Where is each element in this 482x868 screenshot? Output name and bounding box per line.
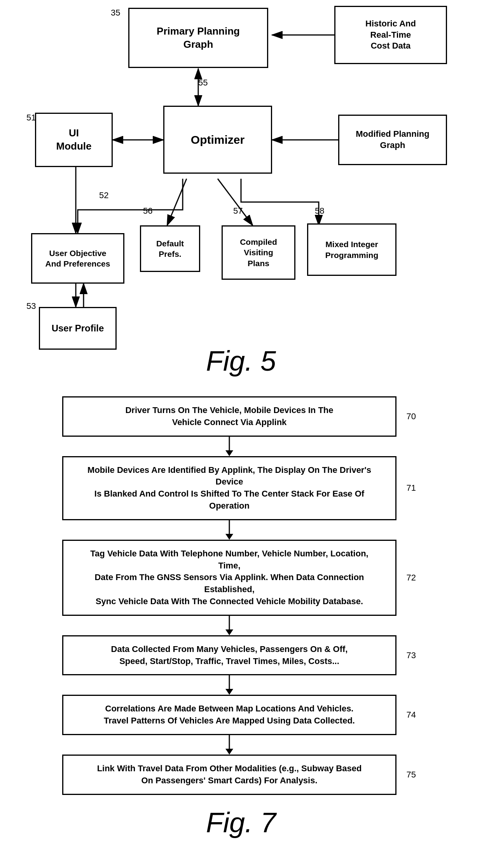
flow-num-73: 73 xyxy=(407,650,416,661)
flow-num-75: 75 xyxy=(407,770,416,780)
box-modified-planning: Modified PlanningGraph xyxy=(338,115,447,165)
arrow-73-74 xyxy=(62,675,396,695)
flow-row-70: Driver Turns On The Vehicle, Mobile Devi… xyxy=(62,396,396,437)
svg-marker-18 xyxy=(225,689,233,695)
flow-box-72: Tag Vehicle Data With Telephone Number, … xyxy=(62,540,396,616)
fig7-title: Fig. 7 xyxy=(0,807,482,850)
label-52: 52 xyxy=(99,190,108,200)
flow-row-74: Correlations Are Made Between Map Locati… xyxy=(62,695,396,735)
flow-num-70: 70 xyxy=(407,411,416,422)
svg-line-6 xyxy=(167,179,187,225)
svg-line-7 xyxy=(218,179,253,225)
box-compiled-visiting: CompiledVisitingPlans xyxy=(222,225,295,280)
box-user-profile: User Profile xyxy=(39,307,117,350)
label-55: 55 xyxy=(198,78,208,88)
arrow-72-73 xyxy=(62,616,396,635)
flow-box-71: Mobile Devices Are Identified By Applink… xyxy=(62,456,396,520)
box-ui-module: UIModule xyxy=(35,113,113,167)
label-53: 53 xyxy=(26,301,36,311)
flow-row-72: Tag Vehicle Data With Telephone Number, … xyxy=(62,540,396,616)
label-58: 58 xyxy=(315,206,324,216)
box-primary-planning-graph: Primary PlanningGraph xyxy=(128,8,268,68)
flow-box-75: Link With Travel Data From Other Modalit… xyxy=(62,755,396,795)
svg-marker-20 xyxy=(225,749,233,755)
label-35: 35 xyxy=(111,8,120,18)
label-57: 57 xyxy=(233,206,243,216)
flow-num-74: 74 xyxy=(407,710,416,720)
arrow-71-72 xyxy=(62,520,396,540)
fig5-title: Fig. 5 xyxy=(0,345,482,377)
box-default-prefs: DefaultPrefs. xyxy=(140,225,200,272)
flow-num-72: 72 xyxy=(407,573,416,583)
flow-row-73: Data Collected From Many Vehicles, Passe… xyxy=(62,635,396,676)
arrow-70-71 xyxy=(62,437,396,456)
arrow-74-75 xyxy=(62,735,396,755)
box-optimizer: Optimizer xyxy=(163,106,272,174)
svg-marker-16 xyxy=(225,629,233,635)
label-56: 56 xyxy=(143,206,152,216)
flow-box-74: Correlations Are Made Between Map Locati… xyxy=(62,695,396,735)
box-user-objective: User ObjectiveAnd Preferences xyxy=(31,233,124,284)
svg-marker-12 xyxy=(225,450,233,456)
svg-marker-14 xyxy=(225,534,233,540)
box-mixed-integer: Mixed IntegerProgramming xyxy=(307,223,396,276)
flow-num-71: 71 xyxy=(407,483,416,493)
flow-row-71: Mobile Devices Are Identified By Applink… xyxy=(62,456,396,520)
box-historic-cost: Historic AndReal-TimeCost Data xyxy=(334,6,447,64)
fig7-diagram: Driver Turns On The Vehicle, Mobile Devi… xyxy=(0,389,482,850)
fig5-diagram: 35 50 51 55 45 52 56 57 58 53 Primary Pl… xyxy=(0,0,482,389)
flow-row-75: Link With Travel Data From Other Modalit… xyxy=(62,755,396,795)
label-51: 51 xyxy=(26,113,36,123)
flow-box-73: Data Collected From Many Vehicles, Passe… xyxy=(62,635,396,676)
flow-box-70: Driver Turns On The Vehicle, Mobile Devi… xyxy=(62,396,396,437)
